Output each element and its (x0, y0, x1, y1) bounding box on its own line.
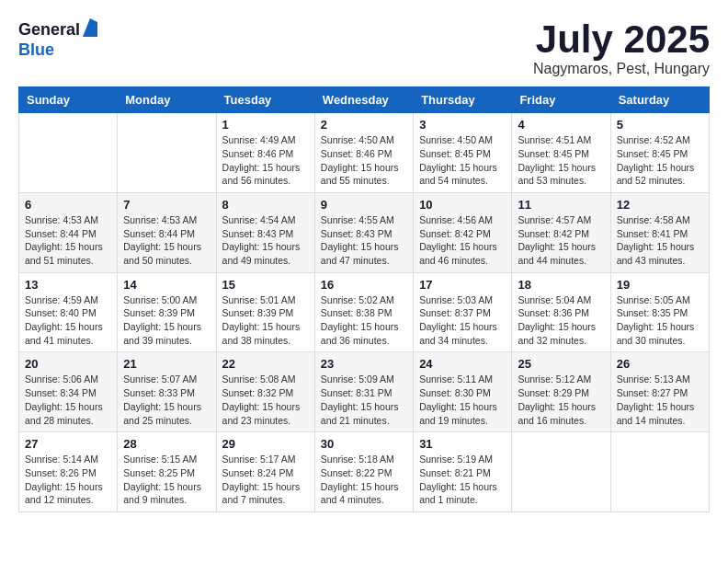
calendar-cell: 30 Sunrise: 5:18 AMSunset: 8:22 PMDaylig… (314, 432, 413, 512)
day-info: Sunrise: 5:08 AMSunset: 8:32 PMDaylight:… (222, 373, 301, 425)
day-number: 11 (518, 198, 604, 212)
calendar-week-4: 20 Sunrise: 5:06 AMSunset: 8:34 PMDaylig… (19, 352, 710, 432)
page-header: General Blue July 2025 Nagymaros, Pest, … (18, 18, 710, 77)
calendar-cell: 1 Sunrise: 4:49 AMSunset: 8:46 PMDayligh… (216, 113, 314, 193)
day-number: 9 (321, 198, 407, 212)
day-info: Sunrise: 4:50 AMSunset: 8:45 PMDaylight:… (419, 134, 497, 186)
calendar-week-1: 1 Sunrise: 4:49 AMSunset: 8:46 PMDayligh… (19, 113, 710, 193)
day-number: 8 (222, 198, 309, 212)
calendar-cell: 31 Sunrise: 5:19 AMSunset: 8:21 PMDaylig… (414, 432, 512, 512)
col-saturday: Saturday (610, 87, 709, 113)
calendar-header-row: Sunday Monday Tuesday Wednesday Thursday… (19, 87, 710, 113)
day-number: 13 (25, 278, 111, 292)
calendar-cell: 9 Sunrise: 4:55 AMSunset: 8:43 PMDayligh… (314, 192, 413, 272)
day-number: 20 (25, 357, 111, 371)
calendar-cell (610, 432, 709, 512)
calendar-cell (512, 432, 610, 512)
calendar-cell: 19 Sunrise: 5:05 AMSunset: 8:35 PMDaylig… (610, 272, 709, 352)
calendar-cell: 13 Sunrise: 4:59 AMSunset: 8:40 PMDaylig… (19, 272, 118, 352)
day-number: 21 (123, 357, 210, 371)
calendar-cell: 15 Sunrise: 5:01 AMSunset: 8:39 PMDaylig… (216, 272, 314, 352)
day-info: Sunrise: 5:01 AMSunset: 8:39 PMDaylight:… (222, 294, 301, 346)
day-number: 28 (123, 437, 210, 451)
calendar-cell: 7 Sunrise: 4:53 AMSunset: 8:44 PMDayligh… (118, 192, 216, 272)
col-monday: Monday (118, 87, 216, 113)
calendar-table: Sunday Monday Tuesday Wednesday Thursday… (18, 86, 710, 512)
calendar-cell: 6 Sunrise: 4:53 AMSunset: 8:44 PMDayligh… (19, 192, 118, 272)
day-number: 23 (321, 357, 407, 371)
day-info: Sunrise: 4:51 AMSunset: 8:45 PMDaylight:… (518, 134, 596, 186)
day-info: Sunrise: 4:49 AMSunset: 8:46 PMDaylight:… (222, 134, 301, 186)
calendar-cell: 11 Sunrise: 4:57 AMSunset: 8:42 PMDaylig… (512, 192, 610, 272)
calendar-cell: 5 Sunrise: 4:52 AMSunset: 8:45 PMDayligh… (610, 113, 709, 193)
day-number: 26 (617, 357, 703, 371)
calendar-cell: 26 Sunrise: 5:13 AMSunset: 8:27 PMDaylig… (610, 352, 709, 432)
calendar-cell: 27 Sunrise: 5:14 AMSunset: 8:26 PMDaylig… (19, 432, 118, 512)
day-info: Sunrise: 5:00 AMSunset: 8:39 PMDaylight:… (123, 294, 201, 346)
day-number: 19 (617, 278, 703, 292)
day-number: 6 (25, 198, 111, 212)
day-info: Sunrise: 5:13 AMSunset: 8:27 PMDaylight:… (617, 373, 695, 425)
calendar-cell: 16 Sunrise: 5:02 AMSunset: 8:38 PMDaylig… (314, 272, 413, 352)
col-wednesday: Wednesday (314, 87, 413, 113)
day-info: Sunrise: 5:15 AMSunset: 8:25 PMDaylight:… (123, 454, 201, 505)
calendar-cell: 14 Sunrise: 5:00 AMSunset: 8:39 PMDaylig… (118, 272, 216, 352)
calendar-cell: 21 Sunrise: 5:07 AMSunset: 8:33 PMDaylig… (118, 352, 216, 432)
day-info: Sunrise: 4:53 AMSunset: 8:44 PMDaylight:… (25, 214, 103, 266)
calendar-cell: 8 Sunrise: 4:54 AMSunset: 8:43 PMDayligh… (216, 192, 314, 272)
day-info: Sunrise: 5:02 AMSunset: 8:38 PMDaylight:… (321, 294, 399, 346)
calendar-cell: 20 Sunrise: 5:06 AMSunset: 8:34 PMDaylig… (19, 352, 118, 432)
day-info: Sunrise: 5:04 AMSunset: 8:36 PMDaylight:… (518, 294, 596, 346)
day-number: 30 (321, 437, 407, 451)
day-info: Sunrise: 4:57 AMSunset: 8:42 PMDaylight:… (518, 214, 596, 266)
day-info: Sunrise: 5:18 AMSunset: 8:22 PMDaylight:… (321, 454, 399, 505)
calendar-cell: 17 Sunrise: 5:03 AMSunset: 8:37 PMDaylig… (414, 272, 512, 352)
day-number: 25 (518, 357, 604, 371)
logo-general-text: General (18, 20, 80, 40)
day-number: 1 (222, 118, 309, 132)
day-info: Sunrise: 5:11 AMSunset: 8:30 PMDaylight:… (419, 373, 497, 425)
day-info: Sunrise: 4:55 AMSunset: 8:43 PMDaylight:… (321, 214, 399, 266)
day-info: Sunrise: 4:53 AMSunset: 8:44 PMDaylight:… (123, 214, 201, 266)
calendar-cell: 10 Sunrise: 4:56 AMSunset: 8:42 PMDaylig… (414, 192, 512, 272)
day-number: 7 (123, 198, 210, 212)
day-info: Sunrise: 5:12 AMSunset: 8:29 PMDaylight:… (518, 373, 596, 425)
day-number: 14 (123, 278, 210, 292)
month-year-title: July 2025 (533, 18, 710, 61)
calendar-cell: 12 Sunrise: 4:58 AMSunset: 8:41 PMDaylig… (610, 192, 709, 272)
day-info: Sunrise: 4:58 AMSunset: 8:41 PMDaylight:… (617, 214, 695, 266)
day-info: Sunrise: 5:06 AMSunset: 8:34 PMDaylight:… (25, 373, 103, 425)
col-friday: Friday (512, 87, 610, 113)
calendar-cell: 23 Sunrise: 5:09 AMSunset: 8:31 PMDaylig… (314, 352, 413, 432)
calendar-week-3: 13 Sunrise: 4:59 AMSunset: 8:40 PMDaylig… (19, 272, 710, 352)
location-subtitle: Nagymaros, Pest, Hungary (533, 61, 710, 77)
calendar-cell: 28 Sunrise: 5:15 AMSunset: 8:25 PMDaylig… (118, 432, 216, 512)
day-info: Sunrise: 5:07 AMSunset: 8:33 PMDaylight:… (123, 373, 201, 425)
svg-marker-0 (83, 18, 97, 37)
day-info: Sunrise: 5:03 AMSunset: 8:37 PMDaylight:… (419, 294, 497, 346)
day-info: Sunrise: 5:14 AMSunset: 8:26 PMDaylight:… (25, 454, 103, 505)
calendar-cell: 29 Sunrise: 5:17 AMSunset: 8:24 PMDaylig… (216, 432, 314, 512)
day-info: Sunrise: 4:54 AMSunset: 8:43 PMDaylight:… (222, 214, 301, 266)
day-number: 31 (419, 437, 506, 451)
day-number: 16 (321, 278, 407, 292)
day-info: Sunrise: 5:09 AMSunset: 8:31 PMDaylight:… (321, 373, 399, 425)
day-info: Sunrise: 5:05 AMSunset: 8:35 PMDaylight:… (617, 294, 695, 346)
logo-icon (83, 18, 97, 40)
calendar-cell: 3 Sunrise: 4:50 AMSunset: 8:45 PMDayligh… (414, 113, 512, 193)
day-info: Sunrise: 4:59 AMSunset: 8:40 PMDaylight:… (25, 294, 103, 346)
day-number: 22 (222, 357, 309, 371)
day-number: 5 (617, 118, 703, 132)
calendar-cell: 25 Sunrise: 5:12 AMSunset: 8:29 PMDaylig… (512, 352, 610, 432)
day-info: Sunrise: 5:19 AMSunset: 8:21 PMDaylight:… (419, 454, 497, 505)
day-number: 29 (222, 437, 309, 451)
col-thursday: Thursday (414, 87, 512, 113)
calendar-cell (118, 113, 216, 193)
day-number: 27 (25, 437, 111, 451)
day-info: Sunrise: 5:17 AMSunset: 8:24 PMDaylight:… (222, 454, 301, 505)
calendar-cell: 18 Sunrise: 5:04 AMSunset: 8:36 PMDaylig… (512, 272, 610, 352)
day-number: 4 (518, 118, 604, 132)
day-number: 17 (419, 278, 506, 292)
logo-blue-text: Blue (18, 40, 54, 59)
col-sunday: Sunday (19, 87, 118, 113)
